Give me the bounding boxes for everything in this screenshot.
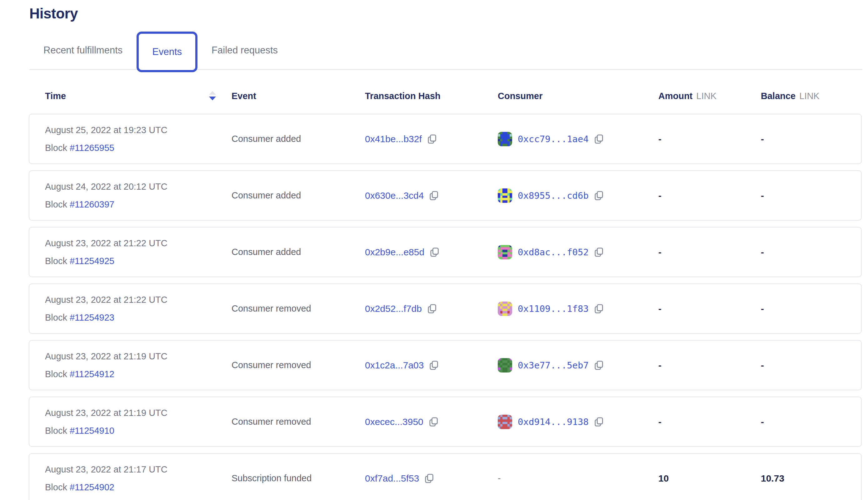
consumer-address-link[interactable]: 0x1109...1f83 bbox=[518, 304, 589, 314]
copy-transaction-hash-button[interactable] bbox=[429, 190, 439, 201]
balance-cell: - bbox=[761, 360, 861, 371]
amount-cell: - bbox=[658, 134, 761, 144]
block-number-link[interactable]: #11260397 bbox=[70, 200, 114, 209]
column-header-event: Event bbox=[231, 91, 365, 101]
events-table: August 25, 2022 at 19:23 UTC Block #1126… bbox=[30, 114, 868, 500]
amount-value: - bbox=[658, 360, 661, 370]
consumer-cell: 0xcc79...1ae4 bbox=[498, 132, 658, 146]
transaction-hash-link[interactable]: 0x1c2a...7a03 bbox=[365, 360, 424, 371]
copy-consumer-address-button[interactable] bbox=[594, 190, 604, 201]
event-type: Consumer added bbox=[231, 190, 301, 200]
copy-icon bbox=[594, 417, 604, 427]
copy-consumer-address-button[interactable] bbox=[594, 417, 604, 427]
block-line: Block #11265955 bbox=[45, 143, 168, 153]
transaction-hash-link[interactable]: 0x2b9e...e85d bbox=[365, 247, 424, 258]
balance-value: - bbox=[761, 360, 764, 370]
block-line: Block #11254912 bbox=[45, 369, 168, 379]
column-header-transaction-hash: Transaction Hash bbox=[365, 91, 498, 101]
copy-icon bbox=[594, 190, 604, 201]
copy-consumer-address-button[interactable] bbox=[594, 134, 604, 144]
amount-value: - bbox=[658, 190, 661, 201]
transaction-hash-cell: 0x1c2a...7a03 bbox=[365, 360, 498, 371]
balance-cell: - bbox=[761, 304, 861, 314]
balance-cell: - bbox=[761, 134, 861, 144]
copy-icon bbox=[427, 304, 437, 314]
consumer-cell: 0x1109...1f83 bbox=[498, 302, 658, 316]
amount-value: - bbox=[658, 304, 661, 314]
consumer-cell: 0x3e77...5eb7 bbox=[498, 358, 658, 373]
balance-cell: - bbox=[761, 247, 861, 258]
copy-icon bbox=[424, 473, 434, 484]
copy-transaction-hash-button[interactable] bbox=[427, 134, 437, 144]
block-number-link[interactable]: #11265955 bbox=[70, 143, 114, 153]
copy-icon bbox=[594, 360, 604, 371]
block-number-link[interactable]: #11254902 bbox=[70, 482, 114, 492]
event-cell: Consumer removed bbox=[231, 417, 365, 427]
copy-consumer-address-button[interactable] bbox=[594, 304, 604, 314]
time-cell: August 23, 2022 at 21:19 UTC Block #1125… bbox=[45, 351, 231, 379]
block-number-link[interactable]: #11254923 bbox=[70, 312, 114, 322]
balance-unit-label: LINK bbox=[799, 91, 819, 101]
sort-toggle-icon[interactable] bbox=[208, 90, 217, 102]
time-cell: August 23, 2022 at 21:19 UTC Block #1125… bbox=[45, 408, 231, 436]
table-row: August 23, 2022 at 21:22 UTC Block #1125… bbox=[29, 283, 862, 334]
block-number-link[interactable]: #11254925 bbox=[70, 256, 114, 266]
consumer-address-link[interactable]: 0x8955...cd6b bbox=[518, 190, 589, 201]
event-type: Consumer added bbox=[231, 134, 301, 144]
transaction-hash-link[interactable]: 0x630e...3cd4 bbox=[365, 190, 424, 201]
consumer-empty-value: - bbox=[498, 473, 501, 483]
consumer-cell: 0xd914...9138 bbox=[498, 415, 658, 429]
copy-transaction-hash-button[interactable] bbox=[429, 360, 439, 371]
copy-consumer-address-button[interactable] bbox=[594, 247, 604, 258]
amount-value: - bbox=[658, 417, 661, 427]
event-type: Consumer removed bbox=[231, 304, 311, 314]
column-header-balance: BalanceLINK bbox=[761, 91, 863, 101]
balance-cell: - bbox=[761, 417, 861, 427]
balance-cell: 10.73 bbox=[761, 473, 861, 484]
amount-value: - bbox=[658, 247, 661, 257]
block-line: Block #11260397 bbox=[45, 200, 168, 210]
consumer-address-link[interactable]: 0x3e77...5eb7 bbox=[518, 360, 589, 371]
block-label: Block bbox=[45, 256, 67, 266]
consumer-avatar bbox=[498, 245, 512, 259]
consumer-avatar bbox=[498, 358, 512, 373]
copy-transaction-hash-button[interactable] bbox=[424, 473, 434, 484]
copy-consumer-address-button[interactable] bbox=[594, 360, 604, 371]
consumer-address-link[interactable]: 0xcc79...1ae4 bbox=[518, 134, 589, 144]
page-title: History bbox=[30, 5, 868, 22]
transaction-hash-link[interactable]: 0xecec...3950 bbox=[365, 417, 423, 427]
copy-transaction-hash-button[interactable] bbox=[429, 247, 439, 258]
event-timestamp: August 23, 2022 at 21:22 UTC bbox=[45, 295, 168, 305]
column-header-consumer: Consumer bbox=[498, 91, 658, 101]
consumer-avatar bbox=[498, 189, 512, 203]
transaction-hash-link[interactable]: 0x2d52...f7db bbox=[365, 304, 422, 314]
transaction-hash-cell: 0xf7ad...5f53 bbox=[365, 473, 498, 484]
transaction-hash-link[interactable]: 0xf7ad...5f53 bbox=[365, 473, 419, 484]
block-number-link[interactable]: #11254912 bbox=[70, 369, 114, 379]
transaction-hash-link[interactable]: 0x41be...b32f bbox=[365, 134, 422, 144]
amount-cell: - bbox=[658, 304, 761, 314]
balance-value: - bbox=[761, 190, 764, 201]
event-type: Consumer removed bbox=[231, 360, 311, 370]
balance-value: 10.73 bbox=[761, 473, 784, 484]
tab-events[interactable]: Events bbox=[137, 32, 197, 72]
block-label: Block bbox=[45, 425, 67, 436]
copy-transaction-hash-button[interactable] bbox=[429, 417, 438, 427]
block-line: Block #11254923 bbox=[45, 312, 168, 323]
consumer-address-link[interactable]: 0xd914...9138 bbox=[518, 417, 589, 427]
consumer-avatar bbox=[498, 415, 512, 429]
consumer-address-link[interactable]: 0xd8ac...f052 bbox=[518, 247, 589, 258]
copy-icon bbox=[594, 134, 604, 144]
copy-icon bbox=[594, 247, 604, 258]
copy-transaction-hash-button[interactable] bbox=[427, 304, 437, 314]
balance-cell: - bbox=[761, 190, 861, 201]
block-label: Block bbox=[45, 143, 67, 153]
copy-icon bbox=[429, 360, 439, 371]
tab-recent-fulfillments[interactable]: Recent fulfillments bbox=[30, 32, 137, 69]
block-number-link[interactable]: #11254910 bbox=[70, 425, 114, 436]
amount-cell: - bbox=[658, 360, 761, 371]
amount-unit-label: LINK bbox=[696, 91, 717, 101]
transaction-hash-cell: 0x41be...b32f bbox=[365, 134, 498, 144]
block-label: Block bbox=[45, 369, 67, 379]
tab-failed-requests[interactable]: Failed requests bbox=[197, 32, 292, 69]
